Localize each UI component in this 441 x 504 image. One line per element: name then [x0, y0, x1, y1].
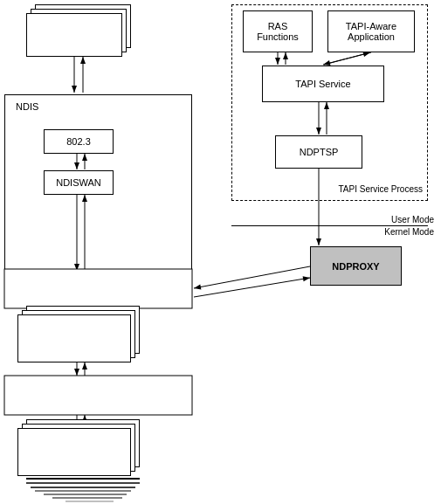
transport-card-3	[26, 13, 122, 57]
box-802-label: 802.3	[66, 136, 91, 147]
ras-functions-label: RAS Functions	[257, 21, 299, 42]
ndptsp-label: NDPTSP	[300, 147, 339, 157]
tapi-aware-box: TAPI-Aware Application	[327, 10, 415, 52]
bottom-connector-box	[4, 376, 192, 415]
ndproxy-label: NDPROXY	[332, 261, 379, 272]
svg-marker-1	[0, 0, 7, 5]
box-802: 802.3	[44, 129, 114, 154]
tapi-service-label: TAPI Service	[295, 79, 350, 89]
wan-miniport-stack: WAN Miniport Driver	[17, 314, 131, 376]
tapi-aware-label: TAPI-Aware Application	[346, 21, 396, 42]
mode-divider	[231, 225, 428, 226]
netcard-3	[17, 428, 131, 476]
transport-stack: Transport	[26, 13, 122, 61]
ndproxy-to-connector	[194, 266, 310, 288]
kernel-mode-label: Kernel Mode	[384, 227, 434, 237]
ndis-label: NDIS	[16, 101, 38, 112]
netcard-stack: Net Card	[17, 428, 131, 489]
connector-to-ndproxy	[194, 278, 310, 297]
mid-connector-box	[4, 269, 192, 308]
user-mode-label: User Mode	[391, 215, 434, 224]
svg-marker-0	[0, 0, 7, 5]
ndptsp-box: NDPTSP	[275, 135, 362, 169]
tapi-service-box: TAPI Service	[262, 66, 384, 102]
tapi-process-label: TAPI Service Process	[338, 183, 423, 196]
ndiswan-label: NDISWAN	[56, 177, 101, 188]
diagram: Transport NDIS 802.3 NDISWAN WAN Minipor…	[0, 0, 441, 504]
ndproxy-box: NDPROXY	[310, 246, 402, 286]
ndiswan-box: NDISWAN	[44, 170, 114, 195]
ras-functions-box: RAS Functions	[243, 10, 313, 52]
wan-card-3	[17, 314, 131, 362]
